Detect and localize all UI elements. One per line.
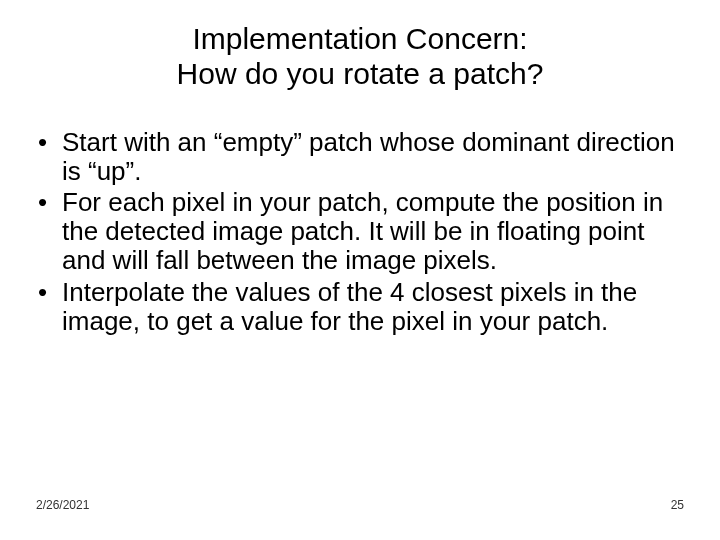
bullet-text: For each pixel in your patch, compute th…: [62, 187, 663, 275]
bullet-text: Start with an “empty” patch whose domina…: [62, 127, 675, 186]
slide-title: Implementation Concern: How do you rotat…: [0, 22, 720, 91]
bullet-text: Interpolate the values of the 4 closest …: [62, 277, 637, 336]
slide-body: Start with an “empty” patch whose domina…: [36, 128, 684, 338]
footer-date: 2/26/2021: [36, 498, 89, 512]
title-line-1: Implementation Concern:: [192, 22, 527, 55]
bullet-list: Start with an “empty” patch whose domina…: [36, 128, 684, 336]
title-line-2: How do you rotate a patch?: [177, 57, 544, 90]
footer-page-number: 25: [671, 498, 684, 512]
list-item: Interpolate the values of the 4 closest …: [36, 278, 684, 336]
list-item: Start with an “empty” patch whose domina…: [36, 128, 684, 186]
list-item: For each pixel in your patch, compute th…: [36, 188, 684, 275]
slide: Implementation Concern: How do you rotat…: [0, 0, 720, 540]
